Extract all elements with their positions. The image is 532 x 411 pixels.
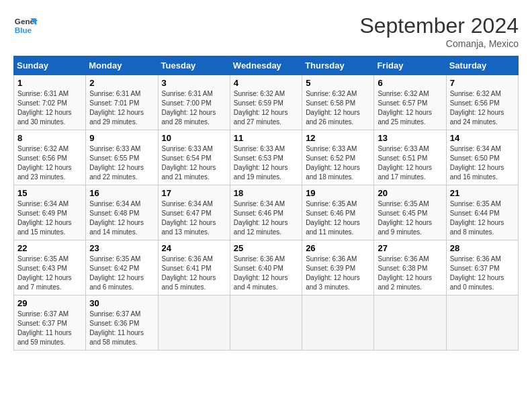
day-number: 23: [89, 243, 154, 253]
day-number: 20: [378, 188, 442, 198]
title-block: September 2024 Comanja, Mexico: [359, 13, 519, 49]
calendar-cell: 30Sunrise: 6:37 AM Sunset: 6:36 PM Dayli…: [86, 295, 158, 351]
location: Comanja, Mexico: [359, 38, 519, 49]
day-info: Sunrise: 6:37 AM Sunset: 6:37 PM Dayligh…: [17, 310, 82, 347]
day-number: 21: [450, 188, 515, 198]
day-number: 8: [17, 133, 82, 143]
header-monday: Monday: [86, 56, 158, 75]
day-number: 2: [89, 78, 154, 88]
day-info: Sunrise: 6:32 AM Sunset: 6:56 PM Dayligh…: [450, 89, 515, 127]
day-number: 26: [306, 243, 370, 253]
day-info: Sunrise: 6:33 AM Sunset: 6:53 PM Dayligh…: [234, 144, 298, 182]
day-info: Sunrise: 6:35 AM Sunset: 6:43 PM Dayligh…: [17, 255, 82, 292]
day-number: 19: [306, 188, 370, 198]
day-number: 18: [234, 188, 298, 198]
day-info: Sunrise: 6:34 AM Sunset: 6:46 PM Dayligh…: [234, 199, 298, 237]
calendar-cell: 1Sunrise: 6:31 AM Sunset: 7:02 PM Daylig…: [14, 75, 86, 130]
day-info: Sunrise: 6:34 AM Sunset: 6:48 PM Dayligh…: [89, 199, 154, 237]
calendar-cell: 16Sunrise: 6:34 AM Sunset: 6:48 PM Dayli…: [86, 185, 158, 240]
calendar-week-row: 15Sunrise: 6:34 AM Sunset: 6:49 PM Dayli…: [14, 185, 519, 240]
calendar-cell: 3Sunrise: 6:31 AM Sunset: 7:00 PM Daylig…: [158, 75, 230, 130]
month-title: September 2024: [359, 13, 519, 38]
calendar-cell: 21Sunrise: 6:35 AM Sunset: 6:44 PM Dayli…: [446, 185, 518, 240]
day-info: Sunrise: 6:36 AM Sunset: 6:40 PM Dayligh…: [234, 255, 298, 292]
day-number: 17: [162, 188, 226, 198]
day-info: Sunrise: 6:33 AM Sunset: 6:52 PM Dayligh…: [306, 144, 370, 182]
day-number: 25: [234, 243, 298, 253]
day-info: Sunrise: 6:33 AM Sunset: 6:54 PM Dayligh…: [162, 144, 226, 182]
calendar-cell: 10Sunrise: 6:33 AM Sunset: 6:54 PM Dayli…: [158, 130, 230, 185]
day-info: Sunrise: 6:33 AM Sunset: 6:55 PM Dayligh…: [89, 144, 154, 182]
calendar-cell: 14Sunrise: 6:34 AM Sunset: 6:50 PM Dayli…: [446, 130, 518, 185]
day-info: Sunrise: 6:37 AM Sunset: 6:36 PM Dayligh…: [89, 310, 154, 347]
calendar-cell: 6Sunrise: 6:32 AM Sunset: 6:57 PM Daylig…: [374, 75, 446, 130]
day-info: Sunrise: 6:36 AM Sunset: 6:39 PM Dayligh…: [306, 255, 370, 292]
day-info: Sunrise: 6:32 AM Sunset: 6:57 PM Dayligh…: [378, 89, 442, 127]
day-info: Sunrise: 6:34 AM Sunset: 6:50 PM Dayligh…: [450, 144, 515, 182]
calendar-cell: 5Sunrise: 6:32 AM Sunset: 6:58 PM Daylig…: [302, 75, 374, 130]
day-info: Sunrise: 6:35 AM Sunset: 6:46 PM Dayligh…: [306, 199, 370, 237]
day-info: Sunrise: 6:31 AM Sunset: 7:01 PM Dayligh…: [89, 89, 154, 127]
calendar-cell: [302, 295, 374, 351]
day-number: 1: [17, 78, 82, 88]
logo: General Blue: [13, 13, 38, 38]
day-number: 6: [378, 78, 442, 88]
day-info: Sunrise: 6:32 AM Sunset: 6:58 PM Dayligh…: [306, 89, 370, 127]
day-number: 10: [162, 133, 226, 143]
day-number: 5: [306, 78, 370, 88]
calendar-cell: 4Sunrise: 6:32 AM Sunset: 6:59 PM Daylig…: [230, 75, 302, 130]
day-info: Sunrise: 6:36 AM Sunset: 6:41 PM Dayligh…: [162, 255, 226, 292]
day-info: Sunrise: 6:35 AM Sunset: 6:45 PM Dayligh…: [378, 199, 442, 237]
calendar-cell: 18Sunrise: 6:34 AM Sunset: 6:46 PM Dayli…: [230, 185, 302, 240]
day-number: 7: [450, 78, 515, 88]
logo-icon: General Blue: [13, 13, 38, 38]
day-number: 28: [450, 243, 515, 253]
calendar-cell: 25Sunrise: 6:36 AM Sunset: 6:40 PM Dayli…: [230, 240, 302, 295]
header-wednesday: Wednesday: [230, 56, 302, 75]
day-info: Sunrise: 6:31 AM Sunset: 7:00 PM Dayligh…: [162, 89, 226, 127]
day-info: Sunrise: 6:36 AM Sunset: 6:38 PM Dayligh…: [378, 255, 442, 292]
calendar-cell: 29Sunrise: 6:37 AM Sunset: 6:37 PM Dayli…: [14, 295, 86, 351]
calendar-cell: 26Sunrise: 6:36 AM Sunset: 6:39 PM Dayli…: [302, 240, 374, 295]
calendar-header-row: SundayMondayTuesdayWednesdayThursdayFrid…: [14, 56, 519, 75]
header-saturday: Saturday: [446, 56, 518, 75]
calendar-cell: 24Sunrise: 6:36 AM Sunset: 6:41 PM Dayli…: [158, 240, 230, 295]
day-info: Sunrise: 6:31 AM Sunset: 7:02 PM Dayligh…: [17, 89, 82, 127]
day-number: 12: [306, 133, 370, 143]
day-number: 4: [234, 78, 298, 88]
day-info: Sunrise: 6:32 AM Sunset: 6:56 PM Dayligh…: [17, 144, 82, 182]
calendar-cell: [446, 295, 518, 351]
day-number: 24: [162, 243, 226, 253]
calendar-cell: [158, 295, 230, 351]
day-info: Sunrise: 6:35 AM Sunset: 6:42 PM Dayligh…: [89, 255, 154, 292]
day-info: Sunrise: 6:34 AM Sunset: 6:49 PM Dayligh…: [17, 199, 82, 237]
calendar-cell: 2Sunrise: 6:31 AM Sunset: 7:01 PM Daylig…: [86, 75, 158, 130]
calendar-cell: [230, 295, 302, 351]
day-info: Sunrise: 6:34 AM Sunset: 6:47 PM Dayligh…: [162, 199, 226, 237]
day-number: 22: [17, 243, 82, 253]
day-number: 9: [89, 133, 154, 143]
calendar-cell: 22Sunrise: 6:35 AM Sunset: 6:43 PM Dayli…: [14, 240, 86, 295]
day-number: 16: [89, 188, 154, 198]
day-number: 3: [162, 78, 226, 88]
calendar-week-row: 29Sunrise: 6:37 AM Sunset: 6:37 PM Dayli…: [14, 295, 519, 351]
svg-text:Blue: Blue: [15, 26, 32, 34]
calendar-cell: 13Sunrise: 6:33 AM Sunset: 6:51 PM Dayli…: [374, 130, 446, 185]
header-sunday: Sunday: [14, 56, 86, 75]
day-number: 14: [450, 133, 515, 143]
calendar-cell: 28Sunrise: 6:36 AM Sunset: 6:37 PM Dayli…: [446, 240, 518, 295]
day-info: Sunrise: 6:36 AM Sunset: 6:37 PM Dayligh…: [450, 255, 515, 292]
calendar-cell: 17Sunrise: 6:34 AM Sunset: 6:47 PM Dayli…: [158, 185, 230, 240]
day-number: 13: [378, 133, 442, 143]
calendar-cell: 9Sunrise: 6:33 AM Sunset: 6:55 PM Daylig…: [86, 130, 158, 185]
day-info: Sunrise: 6:35 AM Sunset: 6:44 PM Dayligh…: [450, 199, 515, 237]
header-tuesday: Tuesday: [158, 56, 230, 75]
day-number: 30: [89, 298, 154, 308]
day-number: 27: [378, 243, 442, 253]
page-header: General Blue September 2024 Comanja, Mex…: [13, 13, 519, 49]
calendar-cell: 27Sunrise: 6:36 AM Sunset: 6:38 PM Dayli…: [374, 240, 446, 295]
calendar-cell: [374, 295, 446, 351]
day-info: Sunrise: 6:33 AM Sunset: 6:51 PM Dayligh…: [378, 144, 442, 182]
calendar-cell: 19Sunrise: 6:35 AM Sunset: 6:46 PM Dayli…: [302, 185, 374, 240]
day-number: 29: [17, 298, 82, 308]
